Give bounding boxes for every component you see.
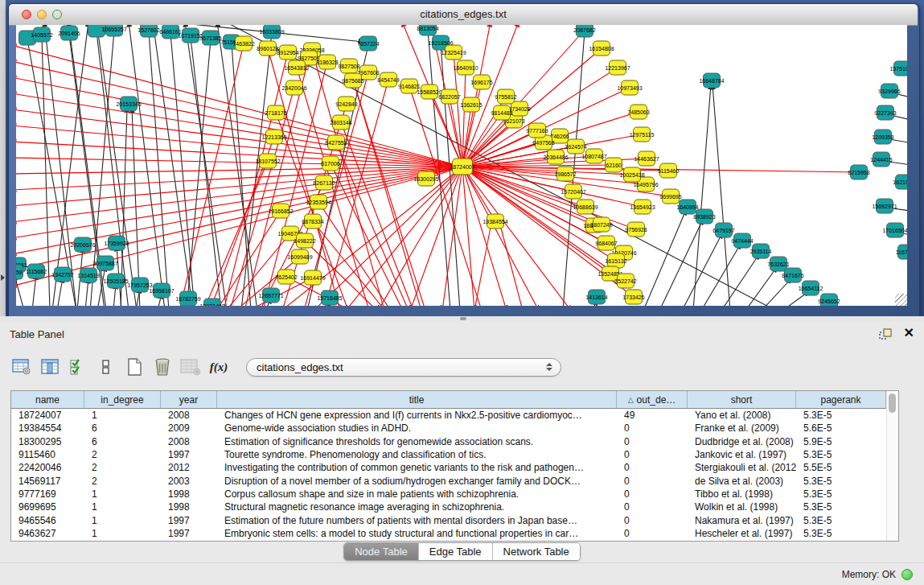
paper-node-yellow[interactable]: 16914479: [300, 270, 325, 285]
citation-edge-black[interactable]: [745, 267, 777, 306]
paper-node-yellow[interactable]: 7463822: [232, 36, 254, 51]
paper-node-yellow[interactable]: 10973493: [617, 80, 642, 95]
table-row[interactable]: 1938455462009Genome-wide association stu…: [11, 422, 898, 435]
scrollbar-thumb[interactable]: [889, 393, 896, 413]
paper-node-teal[interactable]: 9671385: [199, 31, 221, 45]
paper-node-yellow[interactable]: 9814483: [491, 105, 512, 120]
citation-edge-red[interactable]: [16, 93, 462, 167]
column-header-in_degree[interactable]: in_degree: [84, 391, 161, 408]
paper-node-yellow[interactable]: 8186328: [316, 55, 338, 69]
table-row[interactable]: 969969511998Structural magnetic resonanc…: [11, 501, 898, 513]
column-visibility-icon[interactable]: [39, 356, 60, 377]
paper-node-yellow[interactable]: 8267130: [313, 175, 335, 190]
citation-edge-black[interactable]: [713, 84, 730, 306]
paper-node-teal[interactable]: 9474444: [731, 233, 753, 248]
window-resize-grip[interactable]: [895, 294, 907, 306]
paper-node-yellow[interactable]: 2718176: [265, 105, 286, 120]
paper-node-teal[interactable]: 8215958: [848, 165, 869, 179]
table-row[interactable]: 946362711997Embryonic stem cells: a mode…: [11, 527, 898, 540]
minimize-window-button[interactable]: [37, 10, 47, 19]
paper-node-teal[interactable]: 16033809: [259, 25, 284, 39]
paper-node-yellow[interactable]: 1807249: [590, 217, 612, 232]
table-vertical-scrollbar[interactable]: [886, 391, 898, 541]
paper-node-yellow[interactable]: 16099489: [287, 249, 312, 264]
citation-edge-black[interactable]: [52, 25, 88, 306]
paper-node-yellow[interactable]: 8454749: [377, 72, 399, 87]
paper-node-teal[interactable]: 2935114: [750, 244, 772, 258]
paper-node-teal[interactable]: 15692971: [872, 199, 897, 213]
table-row[interactable]: 1872400712008Changes of HCN gene express…: [11, 409, 898, 422]
citation-edge-black[interactable]: [643, 210, 686, 306]
paper-node-yellow[interactable]: 9242848: [335, 97, 357, 111]
paper-node-teal[interactable]: 16648784: [699, 73, 724, 88]
paper-node-teal[interactable]: 2087682: [573, 25, 595, 37]
paper-node-yellow[interactable]: 9684067: [595, 236, 617, 250]
paper-node-teal[interactable]: 9329966: [878, 84, 900, 98]
citation-edge-black[interactable]: [185, 25, 227, 306]
table-row[interactable]: 1456911722003Disruption of a novel membe…: [11, 474, 898, 487]
tab-network-table[interactable]: Network Table: [493, 543, 580, 560]
column-header-out_de[interactable]: △out_de…: [617, 391, 688, 408]
paper-node-yellow[interactable]: 1362615: [460, 97, 482, 112]
network-canvas[interactable]: 1405572209140610655257152760264661611071…: [16, 25, 907, 306]
delete-column-trash-icon[interactable]: [152, 356, 173, 377]
paper-node-teal[interactable]: 12657771: [258, 288, 283, 303]
paper-node-yellow[interactable]: 7986572: [554, 167, 576, 181]
close-panel-icon[interactable]: ✕: [904, 325, 914, 340]
paper-node-teal[interactable]: 8813054: [417, 25, 438, 35]
citation-edge-black[interactable]: [44, 25, 76, 306]
paper-node-yellow[interactable]: 9875685: [342, 73, 363, 88]
paper-node-teal[interactable]: 20206576: [70, 237, 95, 252]
paper-node-teal[interactable]: 1167553: [896, 245, 907, 259]
citation-edge-red[interactable]: [203, 161, 268, 306]
paper-node-yellow[interactable]: 23420046: [281, 80, 306, 95]
paper-node-teal[interactable]: 1413614: [585, 290, 607, 304]
paper-node-yellow[interactable]: 9756928: [625, 222, 647, 237]
paper-node-yellow[interactable]: 9699695: [659, 189, 681, 204]
citation-edge-red[interactable]: [499, 219, 523, 306]
citation-edge-black[interactable]: [721, 254, 759, 306]
paper-node-teal[interactable]: 7857224: [357, 36, 379, 51]
paper-node-yellow[interactable]: 6822057: [438, 89, 460, 104]
citation-edge-black[interactable]: [16, 275, 24, 306]
new-column-icon[interactable]: [124, 356, 145, 377]
paper-node-yellow[interactable]: 12975115: [630, 127, 655, 142]
paper-node-yellow[interactable]: 9755812: [495, 89, 516, 104]
citation-edge-black[interactable]: [682, 233, 722, 306]
paper-node-teal[interactable]: 1527602: [138, 25, 159, 37]
table-row[interactable]: 1830029562008Estimation of significance …: [11, 435, 898, 448]
paper-node-yellow[interactable]: 19166852: [268, 204, 293, 218]
citation-edge-red[interactable]: [16, 167, 462, 222]
table-row[interactable]: 946554611997Estimation of the future num…: [11, 513, 898, 526]
paper-node-teal[interactable]: 12923468: [199, 299, 224, 306]
column-header-year[interactable]: year: [161, 391, 217, 408]
column-header-short[interactable]: short: [688, 391, 796, 408]
paper-node-yellow[interactable]: 9115460: [658, 163, 680, 178]
paper-node-yellow[interactable]: 13654923: [630, 200, 655, 214]
paper-node-yellow[interactable]: 817006: [321, 156, 339, 171]
paper-node-yellow[interactable]: 2522742: [614, 274, 636, 288]
paper-node-yellow[interactable]: 8960128: [257, 41, 278, 56]
tab-edge-table[interactable]: Edge Table: [419, 543, 493, 560]
paper-node-yellow[interactable]: 18640910: [453, 60, 478, 75]
paper-node-yellow[interactable]: 14463627: [634, 151, 659, 166]
paper-node-teal[interactable]: 1115682: [26, 264, 47, 278]
paper-node-yellow[interactable]: 1696175: [470, 75, 492, 89]
row-checklist-icon[interactable]: [68, 356, 88, 377]
paper-node-yellow[interactable]: 8878334: [302, 214, 323, 229]
paper-node-teal[interactable]: 1314519: [77, 268, 99, 282]
paper-node-teal[interactable]: 16782759: [175, 291, 200, 306]
paper-node-yellow[interactable]: 9777169: [526, 123, 548, 138]
paper-node-teal[interactable]: 1244415: [870, 152, 892, 167]
citation-edge-red[interactable]: [16, 158, 462, 167]
paper-node-yellow[interactable]: 15720407: [561, 184, 585, 199]
zoom-window-button[interactable]: [52, 10, 62, 19]
paper-node-teal[interactable]: 15751074: [889, 61, 907, 76]
column-header-title[interactable]: title: [217, 391, 617, 408]
paper-node-yellow[interactable]: 7625402: [275, 270, 297, 284]
paper-node-teal[interactable]: 17016504: [882, 223, 907, 237]
table-row[interactable]: 911546021997Tourette syndrome. Phenomeno…: [11, 448, 898, 461]
paper-node-yellow[interactable]: 16154808: [589, 41, 614, 56]
citation-edge-red[interactable]: [16, 109, 462, 167]
function-builder-icon[interactable]: f(x): [208, 356, 229, 377]
